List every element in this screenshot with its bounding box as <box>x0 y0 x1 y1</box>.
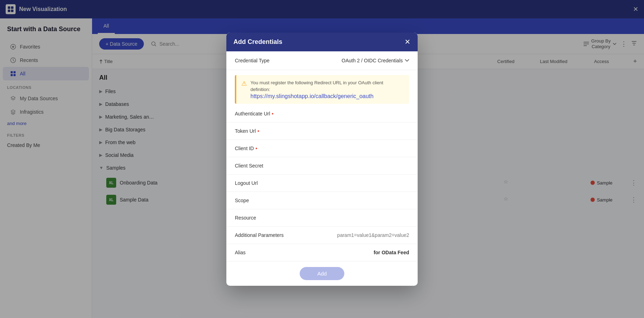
warning-icon: ⚠ <box>241 80 247 87</box>
token-url-input[interactable] <box>321 128 409 134</box>
modal-title: Add Credentials <box>233 38 282 46</box>
modal-header: Add Credentials ✕ <box>226 33 418 51</box>
modal-close-button[interactable]: ✕ <box>405 38 411 45</box>
field-alias: Alias for OData Feed <box>226 244 418 261</box>
modal-overlay: Add Credentials ✕ Credential Type OAuth … <box>0 0 644 318</box>
field-logout-url: Logout Url <box>226 175 418 192</box>
modal-footer: Add <box>226 261 418 286</box>
credential-type-label: Credential Type <box>235 58 270 63</box>
field-label: Scope <box>235 198 249 203</box>
field-client-secret: Client Secret <box>226 157 418 175</box>
required-indicator: ● <box>255 146 258 150</box>
add-credentials-button[interactable]: Add <box>300 267 345 280</box>
field-resource: Resource <box>226 209 418 227</box>
resource-input[interactable] <box>321 215 409 221</box>
field-label: Client Secret <box>235 163 263 169</box>
modal-body: Credential Type OAuth 2 / OIDC Credentia… <box>226 51 418 261</box>
add-credentials-modal: Add Credentials ✕ Credential Type OAuth … <box>226 33 418 286</box>
field-label: Resource <box>235 215 256 221</box>
field-scope: Scope <box>226 192 418 209</box>
field-authenticate-url: Authenticate Url ● <box>226 105 418 123</box>
warning-text: You must register the following Redirect… <box>250 80 383 92</box>
field-label: Logout Url <box>235 180 258 186</box>
field-token-url: Token Url ● <box>226 123 418 140</box>
warning-link[interactable]: https://my.slingshotapp.io/callback/gene… <box>250 93 373 99</box>
scope-input[interactable] <box>321 198 409 203</box>
additional-params-input[interactable] <box>317 232 409 238</box>
required-indicator: ● <box>257 129 259 133</box>
credential-type-value: OAuth 2 / OIDC Credentials <box>341 58 403 63</box>
alias-value: for OData Feed <box>374 250 409 255</box>
authenticate-url-input[interactable] <box>321 111 409 117</box>
warning-content: You must register the following Redirect… <box>250 79 404 100</box>
logout-url-input[interactable] <box>321 180 409 186</box>
field-label: Authenticate Url ● <box>235 111 274 117</box>
field-label: Alias <box>235 250 245 255</box>
field-label: Client ID ● <box>235 146 258 151</box>
client-id-input[interactable] <box>321 146 409 151</box>
field-label: Token Url ● <box>235 128 259 134</box>
field-additional-params: Additional Parameters <box>226 227 418 244</box>
credential-type-select[interactable]: OAuth 2 / OIDC Credentials <box>341 58 409 63</box>
credential-type-row: Credential Type OAuth 2 / OIDC Credentia… <box>226 51 418 70</box>
field-client-id: Client ID ● <box>226 140 418 157</box>
client-secret-input[interactable] <box>321 163 409 169</box>
warning-box: ⚠ You must register the following Redire… <box>235 75 409 104</box>
field-label: Additional Parameters <box>235 232 284 238</box>
required-indicator: ● <box>272 112 274 115</box>
chevron-down-icon <box>405 59 409 62</box>
